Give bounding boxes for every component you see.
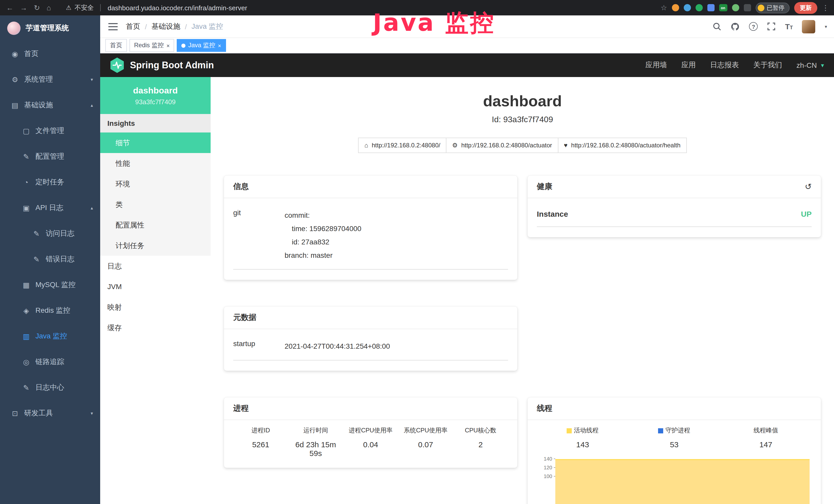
browser-menu-icon[interactable]: ⋮: [822, 4, 829, 11]
health-url-link[interactable]: ♥ http://192.168.0.2:48080/actuator/heal…: [557, 138, 686, 153]
sidebar-item-api-logs[interactable]: ▣ API 日志 ▴: [0, 195, 100, 221]
bookmark-star-icon[interactable]: ☆: [661, 4, 667, 11]
github-icon[interactable]: [730, 22, 740, 31]
tab-label: 首页: [110, 41, 122, 50]
sba-item-logs[interactable]: 日志: [100, 256, 211, 276]
help-icon[interactable]: ?: [749, 22, 758, 31]
sidebar-item-link-tracing[interactable]: ◎ 链路追踪: [0, 349, 100, 375]
actuator-url-link[interactable]: ⚙ http://192.168.0.2:48080/actuator: [446, 138, 558, 153]
sidebar-item-system-management[interactable]: ⚙ 系统管理 ▾: [0, 67, 100, 92]
git-time-line: time: 1596289704000: [285, 222, 508, 235]
tab-close-icon[interactable]: ×: [167, 42, 170, 48]
sba-link-applications[interactable]: 应用: [681, 61, 696, 70]
tab-redis-monitor[interactable]: Redis 监控 ×: [129, 39, 174, 52]
paused-badge[interactable]: 已暂停: [755, 2, 790, 13]
security-label[interactable]: 不安全: [74, 3, 94, 12]
service-url-link[interactable]: ⌂ http://192.168.0.2:48080/: [358, 138, 446, 153]
sba-brand-label: Spring Boot Admin: [130, 60, 214, 71]
sidebar-item-label: 错误日志: [46, 255, 74, 264]
sidebar-toggle-icon[interactable]: [108, 23, 118, 30]
metadata-card-title: 元数据: [233, 313, 256, 322]
sidebar-item-infrastructure[interactable]: ▤ 基础设施 ▴: [0, 92, 100, 118]
sba-language-select[interactable]: zh-CN ▼: [796, 61, 825, 69]
security-warning-icon[interactable]: ⚠: [66, 4, 71, 11]
sba-item-environment[interactable]: 环境: [100, 174, 211, 194]
live-threads-area: [555, 459, 810, 504]
breadcrumb-infrastructure[interactable]: 基础设施: [152, 22, 180, 31]
sba-item-mappings[interactable]: 映射: [100, 297, 211, 317]
gear-icon: ⚙: [10, 75, 20, 84]
y-tick: 100: [537, 474, 555, 482]
sba-item-classes[interactable]: 类: [100, 194, 211, 215]
process-card-title: 进程: [233, 404, 249, 413]
health-card: 健康 ↺ Instance UP: [528, 176, 821, 237]
sidebar-item-error-logs[interactable]: ✎ 错误日志: [0, 247, 100, 272]
sidebar-item-mysql-monitor[interactable]: ▦ MySQL 监控: [0, 272, 100, 298]
extension-icon-orange[interactable]: [672, 4, 679, 11]
sba-brand[interactable]: Spring Boot Admin: [109, 57, 214, 73]
tab-close-icon[interactable]: ×: [218, 42, 221, 48]
sidebar-item-label: 定时任务: [36, 178, 64, 187]
metadata-card-header: 元数据: [224, 306, 517, 329]
tab-home[interactable]: 首页: [105, 39, 127, 52]
sidebar-logo[interactable]: 芋道管理系统: [0, 16, 100, 41]
extension-icon-puzzle[interactable]: [744, 4, 751, 11]
search-icon[interactable]: [712, 22, 721, 31]
info-card-title: 信息: [233, 182, 249, 191]
breadcrumb-current: Java 监控: [192, 22, 223, 31]
sidebar-item-log-center[interactable]: ✎ 日志中心: [0, 375, 100, 400]
sidebar-item-config-management[interactable]: ✎ 配置管理: [0, 144, 100, 169]
sba-link-journal[interactable]: 日志报表: [710, 61, 739, 70]
extension-icon-leaf[interactable]: [732, 4, 739, 11]
sidebar-item-java-monitor[interactable]: ▥ Java 监控: [0, 323, 100, 349]
extension-icon-blue-drop[interactable]: [683, 4, 691, 11]
sidebar-item-scheduled-tasks[interactable]: ◔ 定时任务: [0, 169, 100, 195]
sba-link-about[interactable]: 关于我们: [753, 61, 782, 70]
process-col-value: 2: [453, 440, 508, 449]
actuator-url-label: http://192.168.0.2:48080/actuator: [461, 142, 552, 149]
sidebar-item-label: 链路追踪: [36, 358, 64, 367]
wrench-icon: ⚙: [452, 142, 458, 149]
fullscreen-icon[interactable]: [767, 22, 776, 31]
sba-item-caches[interactable]: 缓存: [100, 317, 211, 338]
tab-java-monitor[interactable]: Java 监控 ×: [177, 39, 226, 52]
sba-link-wallboard[interactable]: 应用墙: [645, 61, 667, 70]
sba-instance-header[interactable]: dashboard 93a3fc7f7409: [100, 77, 211, 114]
sba-item-jvm[interactable]: JVM: [100, 276, 211, 297]
sidebar-item-file-management[interactable]: ▢ 文件管理: [0, 118, 100, 144]
user-avatar[interactable]: [802, 20, 815, 33]
history-icon[interactable]: ↺: [805, 182, 812, 191]
y-tick: 120: [537, 465, 555, 474]
sidebar-item-access-logs[interactable]: ✎ 访问日志: [0, 221, 100, 247]
health-card-body: Instance UP: [528, 198, 821, 237]
browser-forward-icon[interactable]: →: [20, 4, 27, 11]
chevron-up-icon: ▴: [91, 205, 93, 210]
browser-reload-icon[interactable]: ↻: [34, 4, 40, 11]
info-card-body: git commit: time: 1596289704000 id: 27aa…: [224, 198, 517, 280]
heartbeat-icon: ♥: [564, 142, 567, 149]
legend-live-threads: 活动线程 143: [537, 426, 629, 449]
proxy-on-icon[interactable]: on: [719, 4, 727, 11]
metadata-card: 元数据 startup 2021-04-27T00:44:31.254+08:0…: [224, 306, 517, 371]
metadata-startup-value: 2021-04-27T00:44:31.254+08:00: [285, 339, 508, 353]
avatar-caret-icon[interactable]: ▾: [825, 24, 827, 29]
breadcrumb-home[interactable]: 首页: [126, 22, 140, 31]
process-table: 进程ID 5261 运行时间 6d 23h 15m 59s 进程CPU使用率: [233, 426, 508, 458]
threads-legend: 活动线程 143 守护进程: [537, 426, 812, 449]
browser-home-icon[interactable]: ⌂: [46, 4, 51, 11]
sidebar-item-redis-monitor[interactable]: ◈ Redis 监控: [0, 298, 100, 323]
extension-icon-grid[interactable]: [707, 4, 714, 11]
sba-item-config-props[interactable]: 配置属性: [100, 215, 211, 235]
sidebar-item-home[interactable]: ◉ 首页: [0, 41, 100, 67]
sidebar-item-label: 研发工具: [24, 409, 53, 418]
extension-icon-green-circle[interactable]: [695, 4, 702, 11]
font-size-icon[interactable]: TT: [785, 22, 793, 31]
address-url[interactable]: dashboard.yudao.iocoder.cn/infra/admin-s…: [108, 4, 247, 12]
sidebar-item-dev-tools[interactable]: ⊡ 研发工具 ▾: [0, 400, 100, 426]
update-button[interactable]: 更新: [794, 2, 817, 14]
sba-item-scheduled-tasks[interactable]: 计划任务: [100, 235, 211, 256]
sba-item-details[interactable]: 细节: [100, 133, 211, 153]
sba-item-metrics[interactable]: 性能: [100, 153, 211, 174]
process-col-label: 进程ID: [233, 426, 288, 435]
browser-back-icon[interactable]: ←: [6, 4, 13, 11]
